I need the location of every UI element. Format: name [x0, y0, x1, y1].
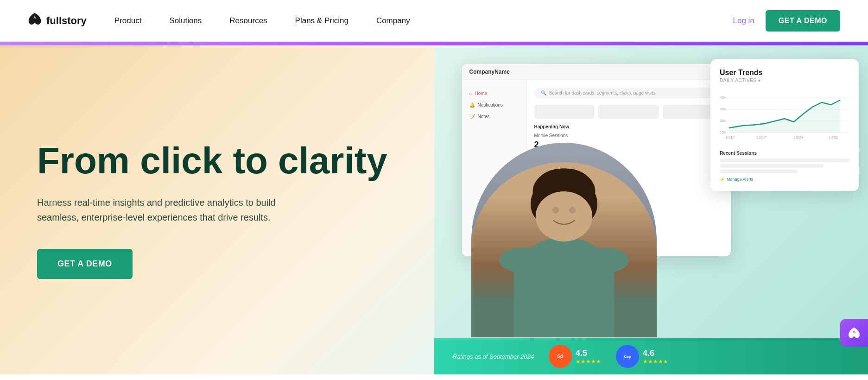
- hero-left: From click to clarity Harness real-time …: [0, 45, 434, 374]
- svg-marker-8: [729, 100, 840, 133]
- svg-point-21: [499, 248, 545, 273]
- svg-text:35k: 35k: [720, 107, 726, 111]
- navbar-right: Log in GET A DEMO: [733, 10, 840, 32]
- trends-subtitle: DAILY ACTIVES ▾: [720, 78, 849, 83]
- capterra-badge: Cap: [616, 345, 639, 368]
- capterra-score: 4.6: [643, 348, 668, 358]
- nav-company[interactable]: Company: [376, 16, 410, 25]
- fullstory-corner-icon: [840, 319, 868, 347]
- nav-plans-pricing[interactable]: Plans & Pricing: [295, 16, 348, 25]
- sidebar-notifications: 🔔Notifications: [462, 99, 526, 111]
- g2-badge: G2: [549, 345, 572, 368]
- svg-point-17: [539, 169, 589, 194]
- mobile-sessions-label: Mobile Sessions: [534, 133, 723, 138]
- svg-point-24: [552, 207, 558, 213]
- happening-now-label: Happening Now: [534, 124, 723, 129]
- sidebar-home: ⌂Home: [462, 88, 526, 99]
- user-trends-card: User Trends DAILY ACTIVES ▾ 45k 35k 25k …: [710, 59, 859, 191]
- capterra-rating: Cap 4.6 ★★★★★: [616, 345, 668, 368]
- g2-rating: G2 4.5 ★★★★★: [549, 345, 601, 368]
- svg-text:10/17: 10/17: [757, 135, 767, 139]
- login-link[interactable]: Log in: [733, 16, 754, 25]
- sidebar-notes: 📝Notes: [462, 111, 526, 122]
- svg-text:10/24: 10/24: [794, 135, 804, 139]
- g2-score-block: 4.5 ★★★★★: [576, 348, 601, 365]
- dash-card-1: [534, 105, 595, 119]
- hero-section: From click to clarity Harness real-time …: [0, 45, 868, 374]
- svg-point-22: [583, 248, 628, 273]
- hero-right: CompanyName ▾ ⌂Home 🔔Notifications 📝Note…: [434, 45, 868, 374]
- person-silhouette: [471, 162, 657, 337]
- ratings-label: Ratings as of September 2024: [453, 353, 534, 360]
- dashboard-company: CompanyName: [469, 69, 510, 75]
- svg-text:25k: 25k: [720, 119, 726, 123]
- svg-text:15k: 15k: [720, 130, 726, 134]
- session-row-2: [720, 164, 824, 168]
- svg-text:10/31: 10/31: [829, 135, 838, 139]
- session-row-3: [720, 170, 798, 173]
- trends-chart: 45k 35k 25k 15k 10/19 10/17 10/24 10/31: [720, 89, 849, 144]
- capterra-stars: ★★★★★: [643, 358, 668, 365]
- purple-accent-bar: [0, 42, 868, 45]
- recent-sessions-label: Recent Sessions: [720, 151, 849, 156]
- hero-title: From click to clarity: [37, 141, 397, 180]
- brand-name: fullstory: [46, 15, 87, 27]
- svg-point-23: [535, 191, 592, 241]
- dashboard-cards: [534, 105, 723, 119]
- g2-score: 4.5: [576, 348, 601, 358]
- hero-subtitle: Harness real-time insights and predictiv…: [37, 195, 278, 225]
- manage-alerts: ⚡Manage Alerts: [720, 177, 849, 182]
- search-icon: 🔍: [541, 90, 546, 95]
- navbar: fullstory Product Solutions Resources Pl…: [0, 0, 868, 42]
- trends-title: User Trends: [720, 69, 849, 77]
- get-demo-button-nav[interactable]: GET A DEMO: [766, 10, 840, 32]
- get-demo-button-hero[interactable]: GET A DEMO: [37, 249, 133, 279]
- logo[interactable]: fullstory: [28, 13, 87, 29]
- navbar-left: fullstory Product Solutions Resources Pl…: [28, 13, 410, 29]
- nav-product[interactable]: Product: [114, 16, 142, 25]
- dashboard-header: CompanyName ▾: [462, 64, 731, 80]
- svg-text:45k: 45k: [720, 95, 726, 100]
- logo-icon: [28, 13, 42, 29]
- search-placeholder: Search for dash cards, segments, clicks,…: [549, 90, 656, 95]
- svg-text:10/19: 10/19: [725, 135, 735, 139]
- capterra-score-block: 4.6 ★★★★★: [643, 348, 668, 365]
- dashboard-search: 🔍 Search for dash cards, segments, click…: [534, 88, 723, 98]
- session-row-1: [720, 158, 849, 162]
- dash-card-2: [598, 105, 659, 119]
- nav-links: Product Solutions Resources Plans & Pric…: [114, 16, 410, 25]
- nav-resources[interactable]: Resources: [229, 16, 267, 25]
- g2-stars: ★★★★★: [576, 358, 601, 365]
- person-image: [471, 143, 657, 337]
- recent-sessions-list: [720, 158, 849, 173]
- svg-point-25: [569, 207, 575, 213]
- ratings-bar: Ratings as of September 2024 G2 4.5 ★★★★…: [434, 338, 868, 374]
- nav-solutions[interactable]: Solutions: [169, 16, 202, 25]
